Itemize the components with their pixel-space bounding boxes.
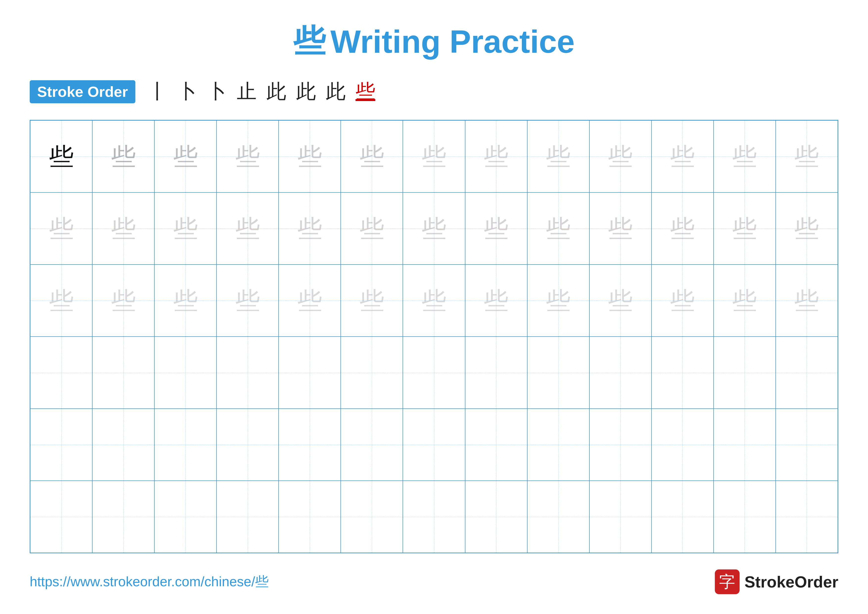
table-row[interactable]: 些 — [154, 193, 217, 264]
table-row[interactable]: 些 — [217, 193, 279, 264]
table-row[interactable]: 些 — [92, 193, 154, 264]
table-row[interactable]: 些 — [589, 120, 651, 193]
table-row[interactable] — [403, 337, 465, 409]
table-row[interactable] — [30, 481, 92, 553]
practice-char: 些 — [794, 144, 819, 169]
table-row[interactable] — [217, 409, 279, 481]
table-row[interactable] — [465, 481, 527, 553]
table-row[interactable]: 些 — [217, 264, 279, 337]
table-row[interactable] — [589, 409, 651, 481]
table-row[interactable]: 些 — [714, 264, 776, 337]
table-row[interactable]: 些 — [776, 120, 838, 193]
table-row[interactable] — [30, 409, 92, 481]
table-row[interactable] — [403, 409, 465, 481]
table-row[interactable] — [776, 409, 838, 481]
table-row[interactable]: 些 — [403, 193, 465, 264]
table-row[interactable] — [92, 481, 154, 553]
table-row[interactable] — [279, 337, 341, 409]
table-row[interactable]: 些 — [30, 120, 92, 193]
stroke-order-badge: Stroke Order — [30, 80, 135, 103]
practice-char: 些 — [422, 216, 446, 241]
stroke-step-4: 止 — [237, 78, 257, 105]
practice-char: 些 — [235, 216, 260, 241]
table-row[interactable]: 些 — [465, 264, 527, 337]
table-row[interactable]: 些 — [651, 193, 714, 264]
table-row[interactable] — [651, 481, 714, 553]
table-row[interactable]: 些 — [527, 193, 589, 264]
table-row[interactable] — [714, 409, 776, 481]
table-row[interactable] — [465, 337, 527, 409]
table-row[interactable] — [341, 409, 403, 481]
table-row[interactable] — [527, 481, 589, 553]
table-row[interactable]: 些 — [279, 193, 341, 264]
table-row[interactable]: 些 — [341, 193, 403, 264]
table-row[interactable]: 些 — [92, 120, 154, 193]
table-row[interactable] — [279, 409, 341, 481]
table-row[interactable] — [527, 409, 589, 481]
table-row[interactable]: 些 — [154, 120, 217, 193]
table-row[interactable] — [217, 481, 279, 553]
table-row[interactable]: 些 — [651, 264, 714, 337]
table-row[interactable] — [776, 481, 838, 553]
practice-char: 些 — [794, 216, 819, 241]
table-row[interactable] — [217, 337, 279, 409]
practice-char: 些 — [732, 216, 757, 241]
table-row[interactable] — [651, 409, 714, 481]
table-row[interactable] — [527, 337, 589, 409]
logo-icon: 字 — [715, 569, 739, 594]
table-row[interactable] — [589, 481, 651, 553]
table-row[interactable]: 些 — [154, 264, 217, 337]
table-row[interactable]: 些 — [465, 193, 527, 264]
table-row[interactable] — [279, 481, 341, 553]
table-row[interactable] — [341, 337, 403, 409]
practice-char: 些 — [298, 288, 322, 313]
table-row[interactable]: 些 — [403, 264, 465, 337]
page-title: 些 Writing Practice — [30, 20, 838, 64]
table-row[interactable] — [403, 481, 465, 553]
table-row[interactable]: 些 — [341, 264, 403, 337]
practice-char: 些 — [173, 216, 198, 241]
table-row[interactable]: 些 — [279, 264, 341, 337]
table-row[interactable] — [154, 481, 217, 553]
table-row[interactable]: 些 — [714, 120, 776, 193]
table-row[interactable] — [30, 337, 92, 409]
stroke-step-5: 此 — [267, 78, 286, 105]
table-row[interactable] — [154, 337, 217, 409]
table-row[interactable]: 些 — [776, 264, 838, 337]
title-section: 些 Writing Practice — [30, 20, 838, 64]
table-row[interactable]: 些 — [589, 193, 651, 264]
table-row[interactable]: 些 — [527, 264, 589, 337]
table-row[interactable]: 些 — [403, 120, 465, 193]
table-row[interactable] — [92, 409, 154, 481]
table-row[interactable]: 些 — [30, 264, 92, 337]
table-row[interactable] — [714, 337, 776, 409]
practice-char: 些 — [235, 288, 260, 313]
table-row[interactable]: 些 — [341, 120, 403, 193]
table-row[interactable] — [714, 481, 776, 553]
table-row[interactable]: 些 — [651, 120, 714, 193]
table-row[interactable]: 些 — [714, 193, 776, 264]
practice-char: 些 — [111, 288, 136, 313]
practice-char: 些 — [173, 288, 198, 313]
table-row[interactable] — [341, 481, 403, 553]
footer-logo: 字 StrokeOrder — [715, 569, 838, 594]
table-row[interactable]: 些 — [776, 193, 838, 264]
stroke-order-row: Stroke Order 丨 卜 卜 止 此 此 此 些 — [30, 78, 838, 105]
table-row[interactable]: 些 — [92, 264, 154, 337]
table-row[interactable] — [651, 337, 714, 409]
table-row[interactable] — [589, 337, 651, 409]
table-row[interactable]: 些 — [465, 120, 527, 193]
table-row[interactable]: 些 — [589, 264, 651, 337]
table-row[interactable] — [776, 337, 838, 409]
table-row[interactable] — [465, 409, 527, 481]
table-row[interactable]: 些 — [30, 193, 92, 264]
table-row[interactable]: 些 — [527, 120, 589, 193]
stroke-step-6: 此 — [296, 78, 316, 105]
table-row[interactable]: 些 — [279, 120, 341, 193]
table-row[interactable] — [92, 337, 154, 409]
practice-char: 些 — [546, 288, 570, 313]
practice-char: 些 — [670, 288, 695, 313]
table-row[interactable]: 些 — [217, 120, 279, 193]
table-row[interactable] — [154, 409, 217, 481]
practice-char: 些 — [422, 288, 446, 313]
